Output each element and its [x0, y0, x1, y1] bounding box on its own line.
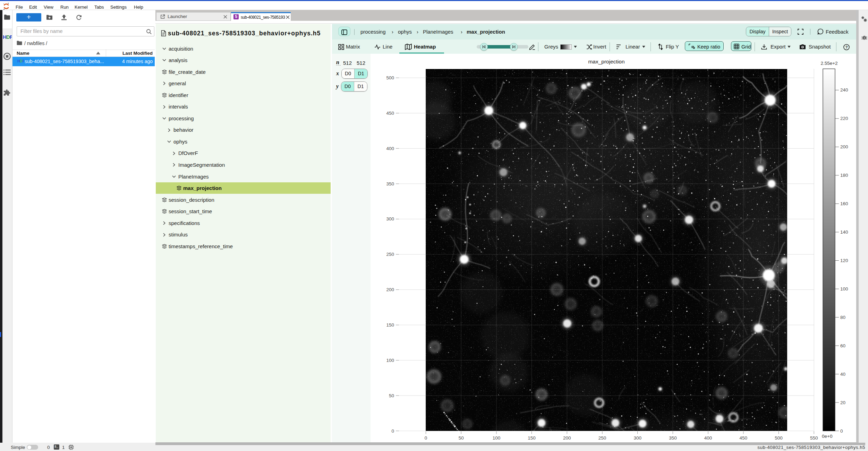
svg-text:F: F [10, 34, 12, 40]
svg-text:250: 250 [598, 435, 606, 441]
svg-text:max_projection: max_projection [588, 59, 624, 64]
svg-text:160: 160 [840, 201, 848, 206]
svg-text:300: 300 [633, 435, 641, 441]
svg-text:100: 100 [493, 435, 501, 441]
svg-text:400: 400 [386, 146, 394, 151]
svg-text:0: 0 [425, 435, 427, 441]
svg-text:50: 50 [389, 393, 394, 398]
svg-text:200: 200 [840, 144, 848, 149]
svg-text:150: 150 [386, 322, 394, 328]
svg-text:300: 300 [386, 216, 394, 222]
svg-text:100: 100 [840, 286, 848, 292]
svg-text:240: 240 [840, 87, 848, 93]
svg-text:20: 20 [840, 400, 845, 405]
svg-text:0e+0: 0e+0 [822, 434, 832, 439]
svg-text:450: 450 [386, 111, 394, 116]
svg-text:140: 140 [840, 229, 848, 235]
svg-text:0: 0 [391, 428, 394, 434]
svg-text:H: H [3, 34, 7, 40]
svg-text:350: 350 [669, 435, 677, 441]
svg-text:220: 220 [840, 116, 848, 121]
svg-text:200: 200 [386, 287, 394, 292]
svg-text:80: 80 [840, 315, 845, 320]
svg-text:200: 200 [563, 435, 571, 441]
svg-text:120: 120 [840, 258, 848, 263]
svg-text:40: 40 [840, 372, 845, 377]
svg-text:D: D [20, 59, 23, 63]
svg-text:60: 60 [840, 343, 845, 348]
svg-text:?: ? [845, 45, 848, 49]
svg-text:F: F [23, 59, 24, 63]
svg-text:500: 500 [386, 75, 394, 80]
svg-text:D: D [6, 34, 10, 40]
svg-text:50: 50 [459, 435, 464, 441]
svg-text:400: 400 [704, 435, 712, 441]
svg-text:350: 350 [386, 181, 394, 187]
svg-text:500: 500 [775, 435, 783, 441]
svg-text:100: 100 [386, 358, 394, 363]
svg-text:H: H [17, 59, 20, 63]
svg-text:0: 0 [840, 428, 843, 434]
svg-text:550: 550 [810, 435, 818, 441]
svg-text:450: 450 [740, 435, 748, 441]
svg-text:250: 250 [386, 252, 394, 257]
svg-text:180: 180 [840, 173, 848, 178]
svg-text:150: 150 [528, 435, 536, 441]
svg-text:2.55e+2: 2.55e+2 [820, 61, 837, 66]
